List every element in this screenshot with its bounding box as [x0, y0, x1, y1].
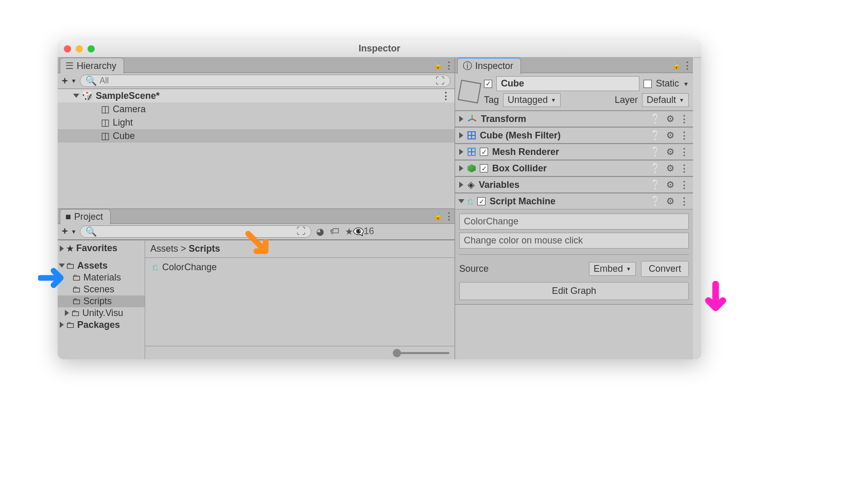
tag-dropdown[interactable]: Untagged▼: [503, 93, 561, 107]
component-header[interactable]: Box Collider ❔⚙: [455, 161, 693, 176]
tree-assets[interactable]: 🗀Assets: [58, 260, 145, 272]
asset-label: ColorChange: [162, 262, 217, 273]
folder-icon: 🗀: [66, 320, 75, 330]
tree-packages[interactable]: 🗀Packages: [58, 319, 145, 331]
breadcrumb-current[interactable]: Scripts: [189, 243, 220, 254]
folder-icon: 🗀: [72, 284, 81, 295]
tab-project[interactable]: ■ Project: [60, 209, 111, 224]
chevron-right-icon[interactable]: [60, 246, 64, 252]
hierarchy-search-input[interactable]: [100, 76, 432, 85]
edit-graph-button[interactable]: Edit Graph: [459, 282, 689, 300]
hierarchy-item-selected[interactable]: ◫Cube: [58, 129, 455, 143]
tree-folder[interactable]: 🗀Materials: [58, 272, 145, 284]
preset-icon[interactable]: ⚙: [666, 146, 674, 157]
static-checkbox[interactable]: [644, 80, 652, 88]
active-checkbox[interactable]: [484, 80, 492, 88]
chevron-right-icon[interactable]: [60, 322, 64, 328]
gameobject-icon[interactable]: [458, 80, 481, 103]
component-menu-icon[interactable]: [680, 146, 689, 157]
chevron-down-icon[interactable]: [458, 199, 464, 203]
expand-search-icon[interactable]: ⛶: [436, 76, 445, 86]
chevron-down-icon[interactable]: ▼: [71, 229, 77, 235]
hidden-toggle[interactable]: 👁‍🗨16: [358, 226, 369, 237]
hierarchy-search[interactable]: 🔍 ⛶: [80, 75, 450, 87]
project-body[interactable]: ⎌ ColorChange: [145, 258, 455, 346]
preset-icon[interactable]: ⚙: [666, 113, 674, 125]
chevron-down-icon[interactable]: ▼: [683, 81, 689, 87]
script-desc-field[interactable]: Change color on mouse click: [459, 233, 689, 249]
component-header[interactable]: ⎌ Script Machine ❔⚙: [455, 194, 693, 209]
tab-inspector[interactable]: ⓘ Inspector: [457, 57, 521, 74]
lock-icon[interactable]: [432, 211, 443, 222]
scene-row[interactable]: 🎲 SampleScene*: [58, 89, 455, 102]
filter-label-icon[interactable]: 🏷: [329, 226, 340, 237]
tree-favorites[interactable]: ★Favorites: [58, 242, 145, 255]
preset-icon[interactable]: ⚙: [666, 179, 674, 190]
panel-menu-icon[interactable]: [443, 60, 455, 71]
folder-icon: 🗀: [72, 296, 81, 307]
tree-folder[interactable]: 🗀Unity.Visu: [58, 307, 145, 319]
component-menu-icon[interactable]: [680, 163, 689, 174]
add-button[interactable]: +: [62, 225, 68, 237]
component-header[interactable]: Transform ❔⚙: [455, 111, 693, 127]
component-header[interactable]: Mesh Renderer ❔⚙: [455, 144, 693, 160]
component-menu-icon[interactable]: [680, 196, 689, 207]
help-icon[interactable]: ❔: [650, 113, 661, 125]
help-icon[interactable]: ❔: [650, 179, 661, 190]
tree-folder-selected[interactable]: 🗀Scripts: [58, 295, 145, 307]
source-dropdown[interactable]: Embed▼: [589, 262, 636, 276]
script-asset-icon: ⎌: [152, 262, 158, 273]
row-menu-icon[interactable]: [441, 90, 450, 101]
preset-icon[interactable]: ⚙: [666, 163, 674, 174]
filter-type-icon[interactable]: ◕: [315, 226, 326, 237]
help-icon[interactable]: ❔: [650, 130, 661, 141]
lock-icon[interactable]: [670, 60, 682, 71]
breadcrumb-root[interactable]: Assets: [150, 243, 178, 254]
help-icon[interactable]: ❔: [650, 146, 661, 157]
chevron-right-icon[interactable]: [459, 116, 463, 122]
chevron-right-icon[interactable]: [459, 132, 463, 138]
hierarchy-item[interactable]: ◫Camera: [58, 102, 455, 116]
component-enable-checkbox[interactable]: [480, 164, 488, 172]
component-menu-icon[interactable]: [680, 179, 689, 190]
object-name-input[interactable]: Cube: [496, 76, 639, 91]
preset-icon[interactable]: ⚙: [666, 196, 674, 207]
panel-menu-icon[interactable]: [443, 211, 455, 222]
tree-folder[interactable]: 🗀Scenes: [58, 284, 145, 295]
lock-icon[interactable]: [432, 60, 443, 71]
grid-size-slider[interactable]: [393, 352, 449, 354]
component-enable-checkbox[interactable]: [477, 197, 485, 205]
chevron-right-icon[interactable]: [459, 182, 463, 188]
convert-button[interactable]: Convert: [641, 261, 689, 277]
component-menu-icon[interactable]: [680, 130, 689, 141]
inspector-scrollbar[interactable]: [693, 58, 701, 359]
breadcrumb[interactable]: Assets > Scripts: [145, 240, 455, 258]
chevron-right-icon[interactable]: [459, 165, 463, 171]
help-icon[interactable]: ❔: [650, 196, 661, 207]
chevron-right-icon[interactable]: [459, 149, 463, 155]
project-search[interactable]: 🔍 ⛶: [80, 225, 311, 238]
add-button[interactable]: +: [62, 75, 68, 87]
hierarchy-tabbar: ☰ Hierarchy: [58, 58, 455, 73]
component-variables: ◈ Variables ❔⚙: [455, 177, 693, 193]
component-header[interactable]: Cube (Mesh Filter) ❔⚙: [455, 128, 693, 143]
hierarchy-item[interactable]: ◫Light: [58, 116, 455, 129]
layer-dropdown[interactable]: Default▼: [642, 93, 689, 107]
component-menu-icon[interactable]: [680, 113, 689, 125]
help-icon[interactable]: ❔: [650, 163, 661, 174]
component-header[interactable]: ◈ Variables ❔⚙: [455, 177, 693, 192]
slider-handle[interactable]: [393, 349, 401, 357]
panel-menu-icon[interactable]: [682, 60, 693, 71]
asset-item[interactable]: ⎌ ColorChange: [152, 262, 447, 273]
preset-icon[interactable]: ⚙: [666, 130, 674, 141]
chevron-down-icon[interactable]: [73, 94, 79, 98]
script-name-field[interactable]: ColorChange: [459, 214, 689, 230]
search-icon: 🔍: [85, 226, 97, 237]
component-enable-checkbox[interactable]: [480, 148, 488, 156]
chevron-down-icon[interactable]: ▼: [71, 78, 77, 84]
breadcrumb-sep: >: [181, 243, 189, 254]
chevron-right-icon[interactable]: [65, 310, 69, 316]
component-title: Mesh Renderer: [492, 147, 646, 157]
tab-hierarchy[interactable]: ☰ Hierarchy: [60, 58, 124, 74]
expand-search-icon[interactable]: ⛶: [297, 226, 306, 237]
